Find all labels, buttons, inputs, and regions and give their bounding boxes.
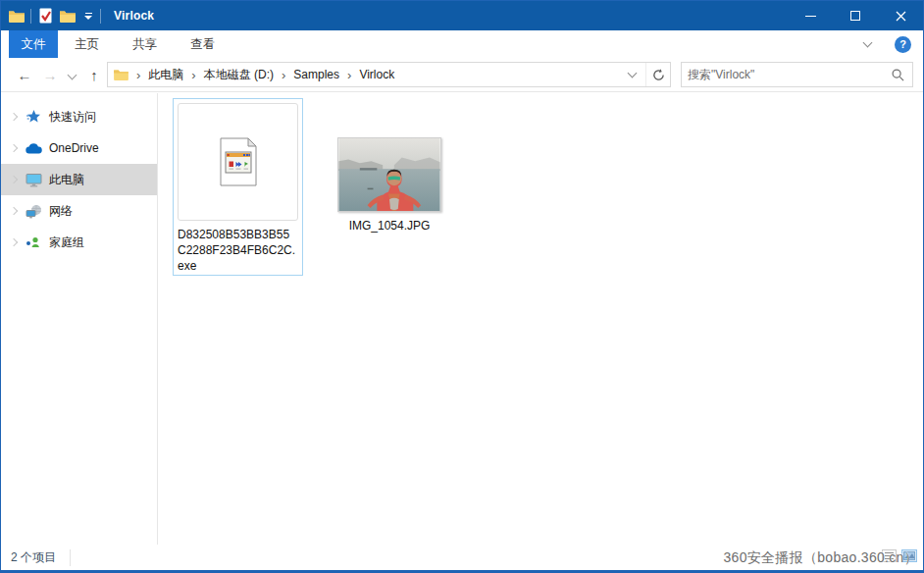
sidebar-item-label: 家庭组 [49, 234, 84, 251]
sidebar-item-this-pc[interactable]: 此电脑 [1, 164, 157, 195]
window-title: Virlock [114, 9, 154, 23]
tab-file[interactable]: 文件 [9, 30, 58, 58]
sidebar-item-homegroup[interactable]: 家庭组 [1, 227, 157, 258]
tab-share[interactable]: 共享 [116, 30, 174, 58]
address-folder-icon [114, 69, 128, 80]
crumb-separator: › [347, 68, 351, 82]
file-name-label: D832508B53BB3B55 C2288F23B4FB6C2C. exe [178, 227, 301, 274]
executable-file-icon [218, 137, 259, 186]
file-item-jpg[interactable]: IMG_1054.JPG [337, 137, 441, 233]
app-folder-icon [8, 5, 26, 26]
breadcrumb-this-pc[interactable]: 此电脑 [148, 67, 183, 83]
crumb-separator: › [191, 68, 195, 82]
forward-button[interactable]: → [38, 58, 62, 91]
search-icon [892, 69, 904, 81]
homegroup-icon [25, 235, 42, 249]
onedrive-cloud-icon [25, 143, 42, 154]
exe-icon-frame [178, 103, 298, 221]
properties-check-icon[interactable] [36, 5, 54, 26]
file-item-exe[interactable]: D832508B53BB3B55 C2288F23B4FB6C2C. exe [173, 98, 303, 276]
address-bar[interactable]: › 此电脑 › 本地磁盘 (D:) › Samples › Virlock [107, 62, 671, 87]
item-count: 2 个项目 [11, 549, 56, 566]
qat-separator [30, 9, 31, 24]
up-button[interactable]: ↑ [83, 58, 105, 91]
status-bar: 2 个项目 360安全播报（bobao.360.cn） [1, 545, 923, 570]
sidebar-item-onedrive[interactable]: OneDrive [1, 132, 157, 164]
close-icon [896, 11, 906, 22]
search-button[interactable] [884, 69, 912, 81]
chevron-right-icon[interactable] [10, 144, 18, 152]
address-dropdown-chevron-icon[interactable] [628, 69, 638, 78]
new-folder-icon[interactable] [59, 5, 77, 26]
qat-dropdown-icon[interactable] [81, 5, 95, 26]
watermark-text: 360安全播报（bobao.360.cn） [723, 549, 918, 567]
address-bar-right [625, 63, 670, 86]
breadcrumb-samples[interactable]: Samples [293, 68, 339, 81]
chevron-right-icon[interactable] [10, 238, 18, 246]
maximize-button[interactable] [833, 1, 878, 30]
chevron-right-icon[interactable] [10, 113, 18, 121]
breadcrumb-local-disk-d[interactable]: 本地磁盘 (D:) [204, 67, 274, 83]
breadcrumb-virlock[interactable]: Virlock [359, 68, 394, 81]
search-box [681, 62, 913, 87]
chevron-right-icon[interactable] [10, 207, 18, 215]
help-button[interactable]: ? [895, 36, 911, 53]
tab-view[interactable]: 查看 [174, 30, 231, 58]
search-input[interactable] [682, 68, 884, 81]
main-area: 快速访问 OneDrive 此电脑 [1, 93, 923, 545]
minimize-icon [805, 16, 816, 17]
back-button[interactable]: ← [13, 58, 36, 91]
chevron-right-icon[interactable] [10, 176, 18, 183]
minimize-button[interactable] [788, 1, 833, 30]
crumb-separator: › [282, 68, 285, 82]
sidebar-item-network[interactable]: 网络 [1, 195, 157, 227]
navigation-bar: ← → ↑ › 此电脑 › 本地磁盘 (D:) › Samples › Virl… [1, 58, 923, 92]
file-list-area[interactable]: D832508B53BB3B55 C2288F23B4FB6C2C. exe [158, 93, 923, 545]
sidebar-item-label: OneDrive [49, 141, 99, 155]
ribbon-tab-row: 文件 主页 共享 查看 ? [1, 30, 923, 58]
title-bar: Virlock [1, 1, 923, 30]
qat-separator [100, 9, 101, 24]
quick-access-star-icon [25, 109, 42, 125]
window-controls [788, 1, 923, 30]
tab-home[interactable]: 主页 [58, 30, 116, 58]
photo-thumbnail [337, 137, 441, 212]
maximize-icon [850, 11, 860, 21]
close-button[interactable] [878, 1, 923, 30]
file-name-label: IMG_1054.JPG [337, 219, 441, 233]
sidebar-item-label: 快速访问 [49, 109, 96, 126]
refresh-icon [652, 69, 665, 81]
network-icon [25, 204, 42, 219]
status-divider [70, 549, 71, 566]
expand-ribbon-chevron-icon[interactable] [863, 37, 873, 47]
history-chevron-button[interactable] [63, 58, 80, 91]
crumb-separator: › [136, 68, 140, 82]
quick-access-toolbar [1, 5, 106, 26]
refresh-button[interactable] [645, 63, 670, 86]
ribbon-right-controls: ? [864, 30, 923, 58]
sidebar-item-quick-access[interactable]: 快速访问 [1, 101, 157, 132]
this-pc-monitor-icon [25, 173, 42, 187]
sidebar-item-label: 此电脑 [49, 172, 84, 188]
sidebar-item-label: 网络 [49, 203, 73, 220]
explorer-window: Virlock 文件 主页 共享 查看 ? ← → ↑ › 此电脑 [0, 0, 924, 573]
navigation-pane: 快速访问 OneDrive 此电脑 [1, 93, 158, 545]
